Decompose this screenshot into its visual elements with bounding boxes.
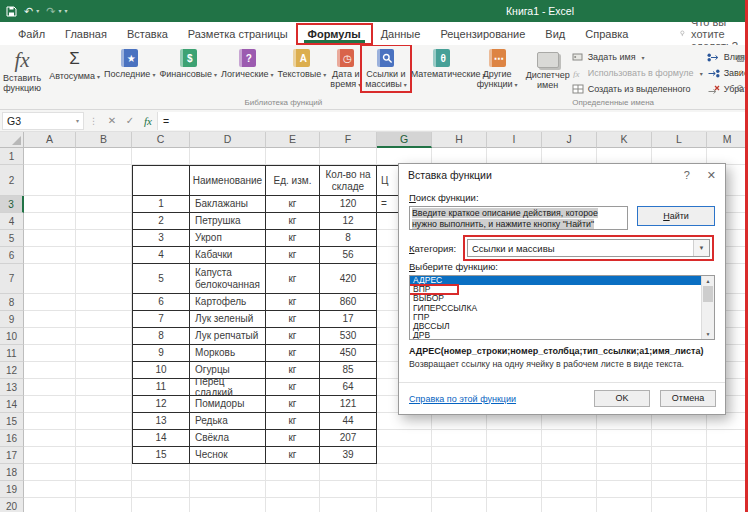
cell-D16[interactable]: Свёкла [190,430,266,447]
column-header-E[interactable]: E [266,132,320,148]
cell-B17[interactable] [76,447,132,464]
enter-entry-icon[interactable]: ✓ [121,115,139,126]
row-header-6[interactable]: 6 [0,247,24,264]
cell-F6[interactable]: 56 [320,247,377,264]
library-button-5[interactable]: ◷Дата и время▾ [328,47,363,90]
column-header-H[interactable]: H [432,132,487,148]
cell-J20[interactable] [542,498,597,512]
cell-A19[interactable] [24,481,76,498]
select-all-corner[interactable] [0,132,24,148]
function-item-3[interactable]: ГИПЕРССЫЛКА [410,304,701,313]
save-icon[interactable] [6,6,17,17]
cell-K20[interactable] [597,498,652,512]
name-manager-button[interactable]: Диспетчер имен [524,47,572,91]
cell-D3[interactable]: Баклажаны [190,196,266,213]
cell-H16[interactable] [432,430,487,447]
cell-C16[interactable]: 14 [132,430,190,447]
cell-C5[interactable]: 3 [132,230,190,247]
row-header-17[interactable]: 17 [0,447,24,464]
defined-names-button-2[interactable]: Создать из выделенного [572,82,703,96]
cell-F15[interactable]: 44 [320,413,377,430]
cell-J18[interactable] [542,464,597,481]
cell-A3[interactable] [24,196,76,213]
cell-F10[interactable]: 530 [320,328,377,345]
cell-M17[interactable] [707,447,748,464]
cell-E10[interactable]: кг [266,328,320,345]
row-header-2[interactable]: 2 [0,165,24,196]
library-button-1[interactable]: ★Последние▾ [102,47,157,79]
cell-J16[interactable] [542,430,597,447]
cell-C20[interactable] [132,498,190,512]
cell-D20[interactable] [190,498,266,512]
cell-F20[interactable] [320,498,377,512]
row-header-16[interactable]: 16 [0,430,24,447]
cell-L18[interactable] [652,464,707,481]
function-list-scrollbar[interactable]: ▲ ▼ [701,276,714,339]
cell-B1[interactable] [76,148,132,165]
function-item-6[interactable]: ДРВ [410,331,701,340]
cell-A4[interactable] [24,213,76,230]
cell-C15[interactable]: 13 [132,413,190,430]
cell-E3[interactable]: кг [266,196,320,213]
name-box[interactable]: G3 ▾ [2,112,84,130]
row-header-15[interactable]: 15 [0,413,24,430]
cell-F14[interactable]: 121 [320,396,377,413]
cell-A9[interactable] [24,311,76,328]
cell-C19[interactable] [132,481,190,498]
cell-J17[interactable] [542,447,597,464]
cell-L19[interactable] [652,481,707,498]
cell-B15[interactable] [76,413,132,430]
cell-B10[interactable] [76,328,132,345]
cell-D6[interactable]: Кабачки [190,247,266,264]
cell-B8[interactable] [76,294,132,311]
row-header-1[interactable]: 1 [0,148,24,165]
cell-A16[interactable] [24,430,76,447]
column-header-A[interactable]: A [24,132,76,148]
column-header-I[interactable]: I [487,132,542,148]
cell-B14[interactable] [76,396,132,413]
cell-B12[interactable] [76,362,132,379]
function-item-5[interactable]: ДВССЫЛ [410,322,701,331]
cell-E16[interactable]: кг [266,430,320,447]
cell-K15[interactable] [597,413,652,430]
cell-E6[interactable]: кг [266,247,320,264]
cell-H15[interactable] [432,413,487,430]
cell-L17[interactable] [652,447,707,464]
cell-I15[interactable] [487,413,542,430]
cell-K16[interactable] [597,430,652,447]
column-header-K[interactable]: K [597,132,652,148]
function-list[interactable]: АДРЕСВПРВЫБОРГИПЕРССЫЛКАГПРДВССЫЛДРВ ▲ ▼ [409,275,715,340]
cancel-entry-icon[interactable]: ✕ [103,115,121,126]
library-button-7[interactable]: θМатематические▾ [409,47,475,79]
undo-icon[interactable]: ↶ [24,6,33,17]
cell-B9[interactable] [76,311,132,328]
tab-view[interactable]: Вид [535,25,575,43]
cell-A10[interactable] [24,328,76,345]
cell-A18[interactable] [24,464,76,481]
row-header-13[interactable]: 13 [0,379,24,396]
row-header-7[interactable]: 7 [0,264,24,294]
cell-B16[interactable] [76,430,132,447]
cell-A14[interactable] [24,396,76,413]
cell-G19[interactable] [377,481,432,498]
row-header-4[interactable]: 4 [0,213,24,230]
cell-E9[interactable]: кг [266,311,320,328]
row-header-8[interactable]: 8 [0,294,24,311]
cell-C13[interactable]: 11 [132,379,190,396]
tab-review[interactable]: Рецензирование [430,25,535,43]
cell-I16[interactable] [487,430,542,447]
cell-B19[interactable] [76,481,132,498]
cell-D7[interactable]: Капуста белокочанная [190,264,266,294]
cell-H20[interactable] [432,498,487,512]
tab-page-layout[interactable]: Разметка страницы [178,25,298,43]
library-button-4[interactable]: AТекстовые▾ [276,47,329,79]
cell-D8[interactable]: Картофель [190,294,266,311]
cell-M19[interactable] [707,481,748,498]
cell-G18[interactable] [377,464,432,481]
column-header-M[interactable]: M [707,132,748,148]
cell-D17[interactable]: Чеснок [190,447,266,464]
help-on-function-link[interactable]: Справка по этой функции [409,394,516,404]
cell-D15[interactable]: Редька [190,413,266,430]
cell-E15[interactable]: кг [266,413,320,430]
cell-G20[interactable] [377,498,432,512]
